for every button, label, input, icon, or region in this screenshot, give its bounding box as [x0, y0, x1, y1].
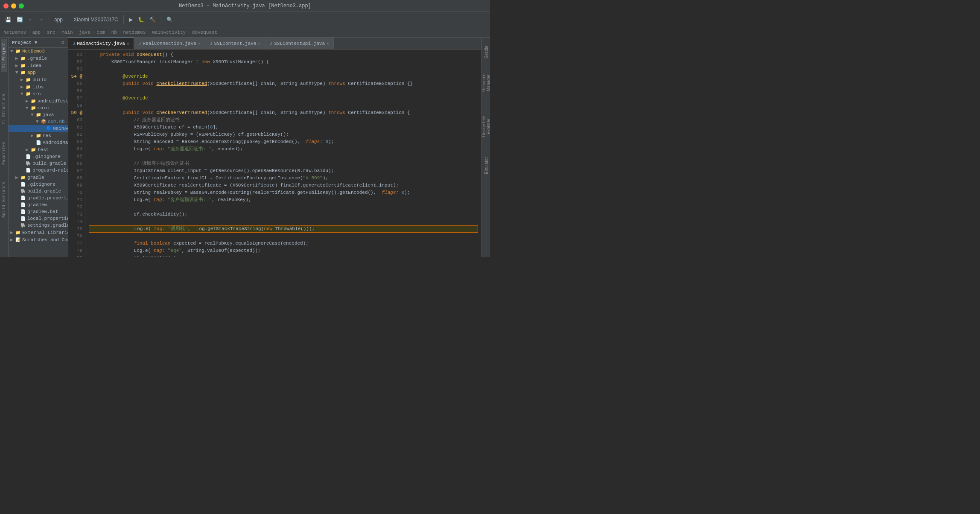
project-vtab[interactable]: 1: Project: [1, 39, 7, 72]
bc-main[interactable]: main: [61, 30, 73, 35]
main-toolbar: 💾 🔄 ← → app Xiaomi M2007J17C ▶ 🐛 🔨 🔍: [0, 12, 490, 27]
minimize-button[interactable]: [11, 3, 16, 9]
folder-icon: 📁: [26, 85, 32, 90]
file-icon: 📄: [26, 154, 32, 159]
tree-gradlew[interactable]: 📄 gradlew: [9, 202, 68, 208]
tab-sslcontext[interactable]: J SSLContext.java ✕: [205, 38, 265, 49]
tab-label: SSLContextSpi.java: [274, 41, 325, 46]
forward-button[interactable]: →: [37, 16, 45, 23]
code-content[interactable]: private void doRequest() { X509TrustMana…: [85, 50, 481, 257]
back-button[interactable]: ←: [26, 16, 35, 23]
title-bar: NetDemo3 – MainActivity.java [NetDemo3.a…: [0, 0, 490, 12]
bc-mainactivity[interactable]: MainActivity: [152, 30, 186, 35]
tree-gitignore-app[interactable]: 📄 .gitignore: [9, 153, 68, 160]
folder-icon: 📁: [20, 63, 27, 68]
debug-button[interactable]: 🐛: [136, 16, 146, 23]
tree-build-gradle-root[interactable]: 🐘 build.gradle: [9, 188, 68, 195]
class-icon: 🔵: [46, 126, 53, 131]
tree-gradle-properties[interactable]: 📄 gradle.properties: [9, 195, 68, 202]
sync-button[interactable]: 🔄: [15, 16, 25, 23]
favorites-vtab[interactable]: Favorites: [1, 138, 7, 168]
tab-icon: J: [210, 41, 213, 46]
tab-mainactivity[interactable]: J MainActivity.java ✕: [68, 38, 134, 49]
bc-nb[interactable]: nb: [111, 30, 117, 35]
divider-3: [123, 15, 124, 24]
run-config-button[interactable]: app: [52, 16, 64, 23]
tab-close-icon[interactable]: ✕: [258, 41, 261, 46]
code-line-64: Log.e( tag: "服务器返回证书: ", encoded);: [89, 146, 478, 153]
tree-gradlew-bat[interactable]: 📄 gradlew.bat: [9, 208, 68, 215]
bc-netdemo3[interactable]: NetDemo3: [3, 30, 26, 35]
search-button[interactable]: 🔍: [165, 16, 175, 23]
scratch-icon: 📝: [15, 237, 22, 242]
build-button[interactable]: 🔨: [148, 16, 158, 23]
fullscreen-button[interactable]: [19, 3, 24, 9]
tree-proguard[interactable]: 📄 proguard-rules.pro: [9, 167, 68, 174]
tree-manifest[interactable]: 📄 AndroidManifest.xml: [9, 139, 68, 146]
build-variants-vtab[interactable]: Build Variants: [1, 178, 7, 221]
structure-vtab[interactable]: 2: Structure: [1, 91, 7, 128]
code-line-58: [89, 102, 478, 109]
tree-gradle[interactable]: ▶ 📁 .gradle: [9, 55, 68, 62]
package-icon: 📦: [41, 119, 48, 124]
line-numbers: 51 52 53 54 @ 55 56 57 58 59 @ 60 61 62 …: [68, 50, 85, 257]
tree-label: gradle.properties: [27, 196, 68, 201]
tree-netdemo3[interactable]: ▼ 📁 NetDemo3: [9, 48, 68, 55]
tree-local-properties[interactable]: 📄 local.properties: [9, 215, 68, 222]
code-editor[interactable]: 51 52 53 54 @ 55 56 57 58 59 @ 60 61 62 …: [68, 50, 481, 257]
tree-label: settings.gradle: [27, 223, 68, 228]
bc-dorequest[interactable]: doRequest: [192, 30, 217, 35]
tree-label: proguard-rules.pro: [32, 168, 68, 173]
bc-app[interactable]: app: [32, 30, 41, 35]
tree-package[interactable]: ▼ 📦 com.nb.netdemo3: [9, 118, 68, 125]
tree-libs[interactable]: ▶ 📁 libs: [9, 83, 68, 91]
tree-build-gradle-app[interactable]: 🐘 build.gradle: [9, 160, 68, 167]
tree-label: .gitignore: [27, 182, 55, 187]
device-file-explorer-button[interactable]: Device File Explorer: [482, 109, 490, 143]
tree-label: java: [43, 112, 54, 117]
bc-src[interactable]: src: [47, 30, 55, 35]
tree-java[interactable]: ▼ 📁 java: [9, 111, 68, 118]
tab-sslcontextspi[interactable]: J SSLContextSpi.java ✕: [265, 38, 334, 49]
file-icon: 📄: [20, 216, 27, 221]
expand-arrow: ▼: [15, 70, 20, 75]
bc-netdemo3-pkg[interactable]: netdemo3: [123, 30, 146, 35]
gradle-button[interactable]: Gradle: [482, 39, 490, 65]
tree-build[interactable]: ▶ 📁 build: [9, 76, 68, 83]
tree-mainactivity[interactable]: 🔵 MainActivity: [9, 125, 68, 132]
tree-src[interactable]: ▼ 📁 src: [9, 91, 68, 97]
bc-com[interactable]: com: [96, 30, 105, 35]
tab-realconnection[interactable]: J RealConnection.java ✕: [134, 38, 205, 49]
emulator-button[interactable]: Emulator: [482, 153, 490, 178]
expand-arrow: ▶: [20, 84, 26, 90]
tree-res[interactable]: ▶ 📁 res: [9, 132, 68, 139]
run-button[interactable]: ▶: [127, 16, 134, 23]
tree-scratches[interactable]: ▶ 📝 Scratches and Consoles: [9, 236, 68, 243]
code-line-51: private void doRequest() {: [89, 51, 478, 58]
tree-label: .idea: [27, 63, 41, 68]
device-selector[interactable]: Xiaomi M2007J17C: [72, 16, 120, 23]
tree-app[interactable]: ▼ 📁 app: [9, 69, 68, 76]
project-label: Project ▼: [12, 40, 37, 45]
tree-label: com.nb.netdemo3: [48, 119, 68, 124]
tree-idea[interactable]: ▶ 📁 .idea: [9, 62, 68, 69]
tree-androidtest[interactable]: ▶ 📁 androidTest: [9, 97, 68, 105]
tree-gradle-root[interactable]: ▶ 📁 gradle: [9, 174, 68, 181]
tree-test[interactable]: ▶ 📁 test: [9, 146, 68, 153]
tab-close-icon[interactable]: ✕: [198, 41, 201, 46]
tree-main[interactable]: ▼ 📁 main: [9, 105, 68, 111]
close-button[interactable]: [3, 3, 9, 9]
sidebar-settings[interactable]: ⚙: [61, 39, 64, 46]
tab-close-icon[interactable]: ✕: [327, 41, 329, 46]
tree-settings-gradle[interactable]: 🐘 settings.gradle: [9, 222, 68, 229]
tab-label: RealConnection.java: [143, 41, 196, 46]
code-line-63: String encoded = Base64.encodeToString(p…: [89, 138, 478, 146]
bc-java[interactable]: java: [79, 30, 90, 35]
tree-external-libs[interactable]: ▶ 📁 External Libraries: [9, 229, 68, 236]
code-line-77: final boolean expected = realPubKey.equa…: [89, 240, 478, 247]
resource-manager-button[interactable]: Resource Manager: [482, 66, 490, 100]
tree-gitignore-root[interactable]: 📄 .gitignore: [9, 181, 68, 188]
save-button[interactable]: 💾: [3, 16, 13, 23]
tab-close-icon[interactable]: ✕: [127, 41, 129, 46]
project-icon: 📁: [15, 49, 22, 54]
